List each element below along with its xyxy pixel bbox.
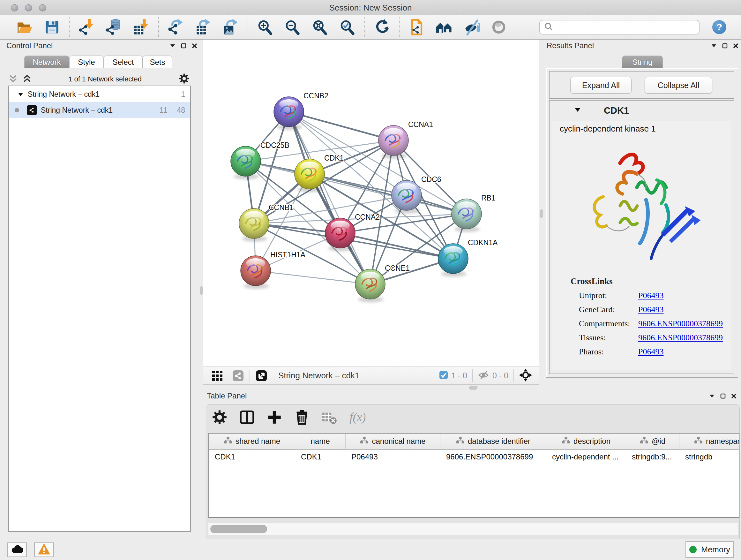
node-label: CCNB1 xyxy=(269,203,293,212)
gene-collapse-icon[interactable] xyxy=(575,107,581,114)
table-cell[interactable]: P06493 xyxy=(346,449,441,464)
column-header-description[interactable]: description xyxy=(546,434,626,449)
network-row-selected[interactable]: String Network – cdk1 11 48 xyxy=(9,102,190,118)
shared-column-icon xyxy=(640,436,649,446)
table-cell[interactable]: 9606.ENSP00000378699 xyxy=(441,449,546,464)
add-column-icon[interactable] xyxy=(266,408,283,426)
network-edge[interactable] xyxy=(340,233,453,259)
import-network-database-icon[interactable] xyxy=(105,17,124,37)
table-settings-icon[interactable] xyxy=(211,408,228,426)
show-columns-icon[interactable] xyxy=(238,408,256,426)
network-options-gear-icon[interactable] xyxy=(178,72,190,86)
column-header-databaseidentifier[interactable]: database identifier xyxy=(441,434,546,449)
help-button[interactable]: ? xyxy=(712,20,726,34)
column-header-namespace[interactable]: namespace xyxy=(679,434,739,449)
network-view-canvas[interactable]: CCNB2 CCNA1 CDC25B CDK1 CDC6 RB1 CCNB1 C… xyxy=(203,40,539,367)
network-node-CCNB2[interactable]: CCNB2 xyxy=(274,91,328,130)
birdseye-view-icon[interactable] xyxy=(232,366,245,385)
table-panel-close-icon[interactable] xyxy=(728,391,739,401)
export-table-icon[interactable] xyxy=(194,17,213,37)
tab-network[interactable]: Network xyxy=(24,56,69,68)
collapse-all-networks-icon[interactable] xyxy=(8,74,18,84)
table-cell[interactable]: stringdb:9... xyxy=(626,449,679,464)
network-edge[interactable] xyxy=(256,271,370,284)
network-collection-row[interactable]: String Network – cdk1 1 xyxy=(9,86,190,102)
network-node-RB1[interactable]: RB1 xyxy=(452,194,495,232)
tab-string[interactable]: String xyxy=(622,56,663,68)
crosslink-row: Compartments:9606.ENSP00000378699 xyxy=(579,319,731,328)
memory-label: Memory xyxy=(701,545,730,554)
table-panel-menu-icon[interactable] xyxy=(706,391,718,401)
table-horizontal-scrollbar[interactable] xyxy=(208,523,738,535)
zoom-out-icon[interactable] xyxy=(283,17,302,37)
hide-selected-icon[interactable] xyxy=(462,17,481,37)
grid-view-icon[interactable] xyxy=(211,366,224,385)
apply-layout-icon[interactable] xyxy=(373,17,392,37)
toolbar-separator xyxy=(158,17,159,37)
table-panel-float-icon[interactable] xyxy=(718,391,728,401)
results-panel-menu-icon[interactable] xyxy=(709,41,719,51)
save-session-icon[interactable] xyxy=(43,17,62,37)
expand-all-button[interactable]: Expand All xyxy=(570,77,631,94)
first-neighbors-icon[interactable] xyxy=(434,17,454,37)
crosslink-link[interactable]: P06493 xyxy=(638,305,664,314)
table-toolbar: f(x) xyxy=(211,408,366,426)
left-splitter-grip[interactable] xyxy=(200,287,203,295)
delete-column-icon[interactable] xyxy=(293,408,311,426)
column-header-name[interactable]: name xyxy=(295,434,346,449)
export-network-icon[interactable] xyxy=(166,17,185,37)
network-node-CDKN1A[interactable]: CDKN1A xyxy=(438,239,498,277)
expand-all-networks-icon[interactable] xyxy=(22,74,32,84)
table-cell[interactable]: stringdb xyxy=(679,449,739,464)
search-input[interactable] xyxy=(553,22,689,32)
control-panel-float-icon[interactable] xyxy=(178,41,189,51)
crosslink-link[interactable]: 9606.ENSP00000378699 xyxy=(638,333,723,343)
tab-sets[interactable]: Sets xyxy=(143,56,172,68)
network-node-CDK1[interactable]: CDK1 xyxy=(294,154,344,192)
cloud-status-button[interactable] xyxy=(7,543,27,557)
right-splitter-grip[interactable] xyxy=(540,209,543,218)
network-node-HIST1H1A[interactable]: HIST1H1A xyxy=(241,251,306,289)
zoom-in-icon[interactable] xyxy=(256,17,275,37)
open-session-icon[interactable] xyxy=(15,17,34,37)
delete-table-icon[interactable] xyxy=(320,408,338,426)
equation-builder-icon[interactable]: f(x) xyxy=(348,408,366,426)
horizontal-splitter-grip[interactable] xyxy=(469,386,477,389)
zoom-fit-icon[interactable] xyxy=(311,17,330,37)
control-panel-close-icon[interactable] xyxy=(189,41,200,51)
crosslink-link[interactable]: P06493 xyxy=(638,347,664,357)
import-table-file-icon[interactable] xyxy=(132,17,151,37)
control-panel-menu-icon[interactable] xyxy=(167,41,178,51)
selected-nodes-checkbox[interactable] xyxy=(439,371,448,381)
export-image-icon[interactable] xyxy=(221,17,240,37)
string-import-icon[interactable] xyxy=(407,17,426,37)
results-panel-float-icon[interactable] xyxy=(719,41,730,51)
detach-view-icon[interactable] xyxy=(255,366,268,385)
zoom-selected-icon[interactable] xyxy=(338,17,357,37)
tree-collapse-icon[interactable] xyxy=(18,90,23,99)
column-header-canonicalname[interactable]: canonical name xyxy=(346,434,441,449)
warnings-button[interactable] xyxy=(34,543,54,557)
column-header-sharedname[interactable]: shared name xyxy=(209,434,295,449)
scrollbar-thumb[interactable] xyxy=(210,525,267,533)
shared-column-icon xyxy=(360,436,368,446)
import-network-file-icon[interactable] xyxy=(77,17,96,37)
table-cell[interactable]: CDK1 xyxy=(295,449,346,464)
crosslink-link[interactable]: 9606.ENSP00000378699 xyxy=(638,319,723,328)
tab-select[interactable]: Select xyxy=(104,56,143,68)
show-all-icon[interactable] xyxy=(489,17,509,37)
results-panel-close-icon[interactable] xyxy=(730,41,741,51)
table-cell[interactable]: cyclin-dependent ... xyxy=(546,449,626,464)
table-row[interactable]: CDK1CDK1P064939606.ENSP00000378699cyclin… xyxy=(209,449,739,464)
network-node-CDC25B[interactable]: CDC25B xyxy=(231,141,289,179)
gene-section-header[interactable]: CDK1 xyxy=(549,101,734,120)
collapse-all-button[interactable]: Collapse All xyxy=(645,77,712,94)
tab-style[interactable]: Style xyxy=(69,56,104,68)
table-panel-title: Table Panel xyxy=(207,391,247,400)
footer-separator xyxy=(250,369,250,382)
memory-button[interactable]: Memory xyxy=(685,541,734,558)
center-view-crosshair-icon[interactable] xyxy=(519,368,532,383)
crosslink-link[interactable]: P06493 xyxy=(638,291,664,300)
table-cell[interactable]: CDK1 xyxy=(209,449,295,464)
column-header-id[interactable]: @id xyxy=(626,434,679,449)
